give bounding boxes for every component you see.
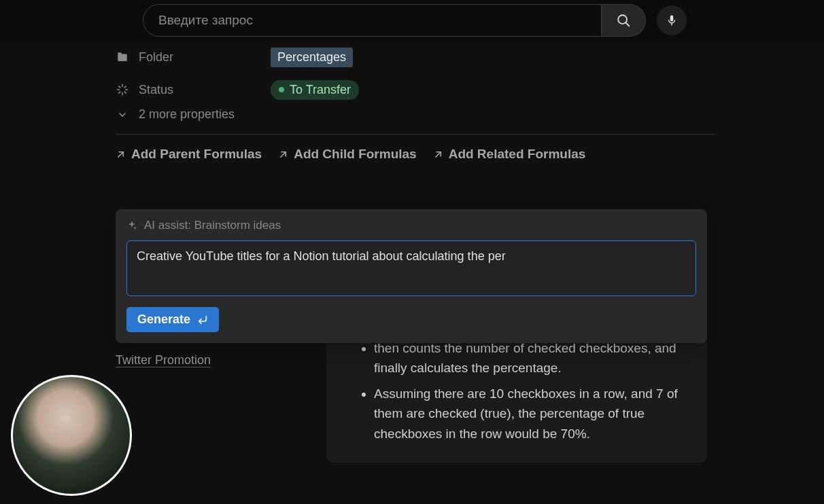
property-label: Folder (139, 50, 261, 65)
svg-line-13 (435, 151, 441, 157)
property-row-folder[interactable]: Folder Percentages (116, 41, 714, 73)
search-bar (0, 0, 824, 41)
status-tag[interactable]: To Transfer (271, 80, 359, 100)
description-card: then counts the number of checked checkb… (326, 338, 707, 463)
property-label: Status (139, 83, 261, 97)
ai-assist-header: AI assist: Brainstorm ideas (126, 219, 696, 232)
divider (116, 134, 714, 134)
status-icon (116, 83, 129, 96)
arrow-up-right-icon (433, 149, 443, 160)
voice-search-button[interactable] (657, 5, 687, 35)
generate-label: Generate (137, 312, 190, 327)
search-icon (616, 13, 631, 28)
microphone-icon (666, 14, 678, 26)
more-properties-toggle[interactable]: 2 more properties (116, 107, 714, 122)
webcam-overlay (11, 375, 132, 496)
svg-line-11 (118, 151, 124, 157)
search-input[interactable] (143, 4, 602, 37)
description-bullet: Assuming there are 10 checkboxes in a ro… (374, 384, 687, 444)
folder-icon (116, 50, 129, 64)
ai-assist-title: AI assist: Brainstorm ideas (144, 219, 281, 232)
ai-prompt-input[interactable] (126, 240, 696, 296)
arrow-up-right-icon (116, 149, 126, 160)
svg-line-10 (124, 86, 126, 88)
twitter-promotion-link[interactable]: Twitter Promotion (116, 353, 211, 367)
generate-button[interactable]: Generate (126, 307, 219, 332)
document-properties: Folder Percentages Status To Transfer 2 … (116, 41, 714, 189)
svg-line-6 (124, 92, 126, 93)
chevron-down-icon (116, 108, 129, 122)
svg-line-1 (626, 23, 630, 26)
sidebar-links: Twitter Promotion (116, 353, 320, 367)
add-related-formulas-link[interactable]: Add Related Formulas (433, 147, 586, 162)
formula-links: Add Parent Formulas Add Child Formulas A… (116, 147, 714, 162)
svg-line-5 (119, 86, 120, 88)
property-row-status[interactable]: Status To Transfer (116, 73, 714, 106)
svg-rect-2 (671, 24, 672, 26)
ai-assist-panel: AI assist: Brainstorm ideas Generate (116, 209, 707, 343)
sparkle-icon (126, 220, 137, 231)
description-bullet: then counts the number of checked checkb… (374, 338, 687, 378)
add-child-formulas-link[interactable]: Add Child Formulas (278, 147, 417, 162)
enter-icon (197, 314, 208, 325)
arrow-up-right-icon (278, 149, 288, 160)
svg-line-12 (281, 151, 286, 157)
add-parent-formulas-link[interactable]: Add Parent Formulas (116, 147, 262, 162)
folder-tag[interactable]: Percentages (271, 48, 353, 67)
search-button[interactable] (602, 4, 646, 37)
svg-line-9 (119, 92, 120, 93)
more-properties-label: 2 more properties (139, 107, 235, 122)
